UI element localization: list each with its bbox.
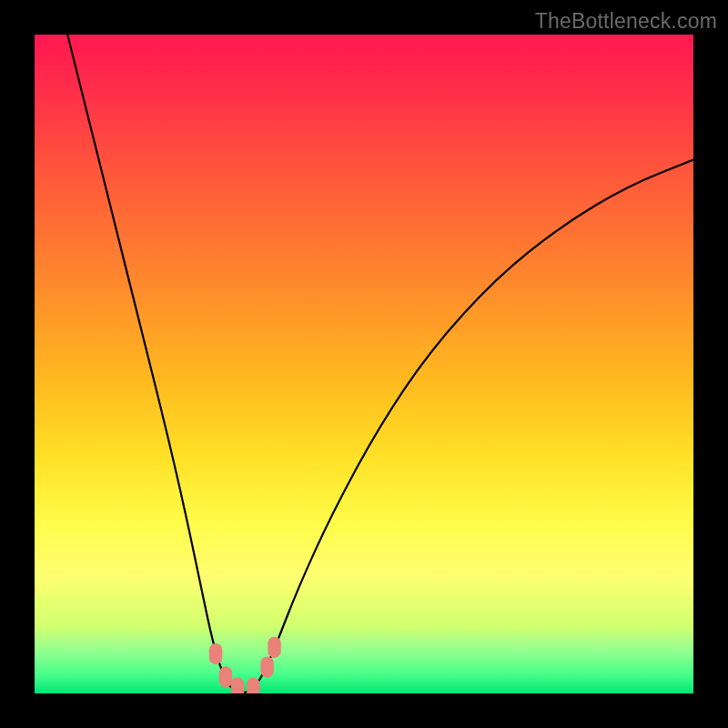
- trough-marker: [231, 678, 244, 693]
- trough-marker: [209, 643, 222, 664]
- trough-marker: [219, 666, 232, 687]
- watermark-text: TheBottleneck.com: [535, 9, 717, 34]
- chart-frame: TheBottleneck.com: [0, 0, 728, 728]
- trough-marker: [247, 678, 259, 693]
- trough-marker: [260, 656, 273, 677]
- trough-markers: [35, 35, 693, 693]
- trough-marker: [268, 637, 280, 658]
- plot-area: [35, 35, 693, 693]
